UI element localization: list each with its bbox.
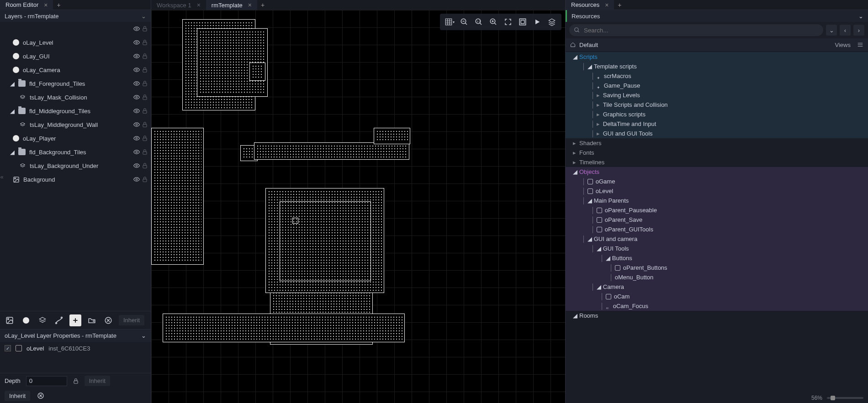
eye-icon[interactable] [133,26,140,32]
add-tab-icon[interactable]: + [53,1,64,9]
eye-icon[interactable] [133,53,140,59]
chevron-right-icon[interactable]: ▸ [573,140,577,147]
layer-row[interactable]: oLay_GUI [0,49,151,63]
eye-icon[interactable] [133,121,140,128]
tree-folder[interactable]: │ ◢GUI Tools [566,244,868,253]
lock-icon[interactable] [142,162,148,169]
add-folder-icon[interactable] [86,314,98,326]
lock-icon[interactable] [142,135,148,141]
tree-folder[interactable]: │ ▸Saving Levels [566,90,868,100]
close-icon[interactable]: × [44,1,48,9]
lock-icon[interactable] [142,39,148,46]
layer-row[interactable]: oLay_Level [0,36,151,49]
layer-row[interactable]: oLay_Camera [0,63,151,77]
search-input[interactable] [584,27,819,34]
chevron-down-icon[interactable]: ◢ [573,168,577,175]
menu-icon[interactable] [857,42,863,48]
chevron-down-icon[interactable]: ◢ [573,312,577,319]
chevron-down-icon[interactable]: ⌄ [826,25,837,36]
lock-icon[interactable] [142,80,148,87]
eye-icon[interactable] [133,108,140,114]
tree-obj[interactable]: │ oParent_Save [566,215,868,225]
add-tab-icon[interactable]: + [614,1,625,9]
chevron-down-icon[interactable]: ◢ [10,149,15,156]
zoom-out-icon[interactable] [459,17,469,27]
chevron-right-icon[interactable]: ▸ [597,111,600,118]
instance-checkbox[interactable]: ✓ [5,345,11,351]
grid-icon[interactable]: ▾ [445,17,455,27]
eye-icon[interactable] [133,135,140,141]
tree-obj[interactable]: │ oParent_Pauseable [566,205,868,215]
tree-folder[interactable]: │ ◢Buttons [566,253,868,263]
eye-icon[interactable] [133,94,140,100]
tab-workspace[interactable]: Workspace 1 × [151,0,206,10]
lock-icon[interactable] [142,121,148,128]
layer-row[interactable]: ◢fld_Middleground_Tiles [0,104,151,118]
tab-room-editor[interactable]: Room Editor × [0,0,53,10]
search-box[interactable] [569,24,823,36]
chevron-down-icon[interactable]: ◢ [10,108,15,115]
chevron-down-icon[interactable]: ⌄ [141,13,146,20]
chevron-down-icon[interactable]: ◢ [573,53,577,60]
tree-folder[interactable]: │ ◢Template scripts [566,62,868,71]
tree-obj[interactable]: │ oCam [566,292,868,301]
add-path-layer-icon[interactable] [53,314,65,326]
play-icon[interactable] [532,17,542,27]
add-instance-layer-icon[interactable] [20,314,32,326]
instance-row[interactable]: ✓ oLevel inst_6C610CE3 [0,342,151,355]
layer-row[interactable]: tsLay_Background_Under [0,159,151,173]
tab-rmtemplate[interactable]: rmTemplate × [206,0,257,10]
chevron-right-icon[interactable]: ▸ [597,130,600,137]
close-icon[interactable]: × [197,1,201,9]
lock-icon[interactable] [73,378,79,384]
tree-script[interactable]: │ scrMacros [566,71,868,81]
chevron-down-icon[interactable]: ◢ [10,80,15,87]
inherit-layer-button[interactable]: Inherit [5,391,30,401]
eye-icon[interactable] [133,67,140,73]
tree-cat[interactable]: ▸Fonts [566,148,868,157]
chevron-right-icon[interactable]: ▸ [597,101,600,108]
tree-folder[interactable]: │ ◢Main Parents [566,196,868,205]
chevron-down-icon[interactable]: ⌄ [141,332,146,339]
chevron-down-icon[interactable]: ◢ [597,245,600,252]
chevron-down-icon[interactable]: ◢ [606,255,609,262]
zoom-slider[interactable] [827,397,863,399]
eye-icon[interactable] [133,176,140,183]
tree-folder[interactable]: │ ▸Graphics scripts [566,110,868,119]
tree-script[interactable]: │ Game_Pause [566,81,868,90]
lock-icon[interactable] [142,67,148,73]
tree-cat[interactable]: ◢Objects [566,167,868,177]
lock-icon[interactable] [142,53,148,59]
lock-icon[interactable] [142,26,148,32]
tree-cat[interactable]: ▸Shaders [566,138,868,148]
add-tile-layer-icon[interactable] [37,314,48,326]
tree-obj[interactable]: │ oGame [566,177,868,186]
collapse-left-icon[interactable]: « [0,173,4,180]
tree-obj[interactable]: │ oParent_Buttons [566,263,868,272]
layer-row[interactable]: tsLay_Mask_Collision [0,90,151,104]
lock-icon[interactable] [142,94,148,100]
layer-row[interactable]: tsLay_Middleground_Wall [0,118,151,131]
tree-folder[interactable]: │ ▸DeltaTime and Input [566,119,868,129]
lock-icon[interactable] [142,108,148,114]
tree-cat[interactable]: ◢Scripts [566,52,868,62]
chevron-right-icon[interactable]: ▸ [597,120,600,127]
tab-resources[interactable]: Resources × [566,0,614,10]
delete-layer-icon[interactable] [102,314,114,326]
tree-obj[interactable]: │ oLevel [566,186,868,196]
layer-row[interactable]: ◢fld_Background_Tiles [0,145,151,159]
layers-header[interactable]: Layers - rmTemplate ⌄ [0,10,151,22]
views-label[interactable]: Views [835,42,851,48]
tree-cat[interactable]: ◢Rooms [566,311,868,320]
add-bg-layer-icon[interactable] [4,314,16,326]
frame-icon[interactable] [518,17,528,27]
layer-row[interactable]: oLay_Player [0,131,151,145]
add-asset-layer-icon[interactable] [69,314,81,326]
chevron-down-icon[interactable]: ◢ [597,283,600,290]
tree-obj[interactable]: │ oParent_GUITools [566,225,868,234]
layers-icon[interactable] [547,17,557,27]
inherit-button[interactable]: Inherit [119,315,144,325]
inherit-depth-button[interactable]: Inherit [85,376,110,386]
prev-icon[interactable]: ‹ [840,25,851,36]
tree-folder[interactable]: │ ◢Camera [566,282,868,292]
